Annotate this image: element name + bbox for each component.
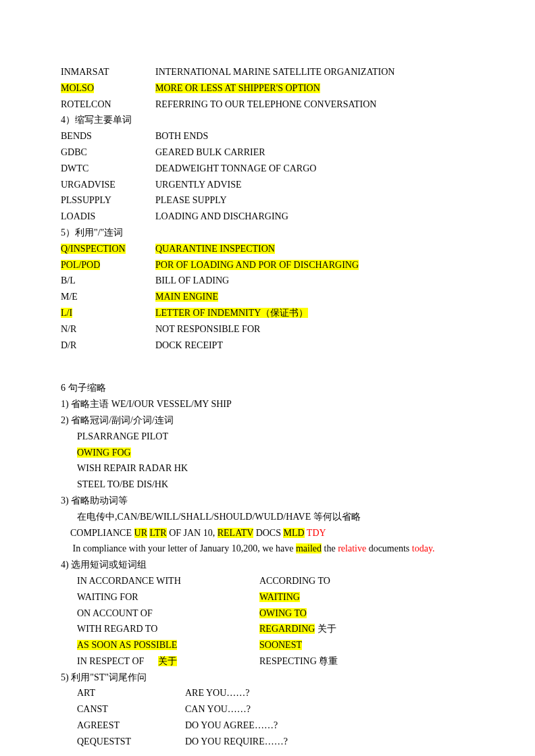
short-phrase: RESPECTING 尊重 xyxy=(259,653,474,670)
term-row: Q/INSPECTIONQUARANTINE INSPECTION xyxy=(61,241,474,257)
term: N/R xyxy=(61,321,155,338)
phrase-row: WAITING FORWAITING xyxy=(61,589,474,605)
phrase-row: IN RESPECT OF 关于RESPECTING 尊重 xyxy=(61,653,474,670)
term: B/L xyxy=(61,273,155,289)
term: D/R xyxy=(61,338,155,354)
short-phrase: OWING TO xyxy=(259,605,474,622)
full: ARE YOU……? xyxy=(185,685,250,701)
definition: NOT RESPONSIBLE FOR xyxy=(155,321,474,338)
question-row: AGREESTDO YOU AGREE……? xyxy=(61,718,474,734)
term-row: L/I LETTER OF INDEMNITY（保证书） xyxy=(61,305,474,321)
term: LOADIS xyxy=(61,209,155,225)
definition: LOADING AND DISCHARGING xyxy=(155,209,474,225)
term: URGADVISE xyxy=(61,177,155,193)
document-page: INMARSAT INTERNATIONAL MARINE SATELLITE … xyxy=(0,0,535,756)
term-row: POL/POD POR OF LOADING AND POR OF DISCHA… xyxy=(61,257,474,273)
list-sub: PLSARRANGE PILOT xyxy=(61,429,474,445)
definition: BILL OF LADING xyxy=(155,273,474,289)
definition: BOTH ENDS xyxy=(155,128,474,144)
compliance-abbr: COMPLIANCE UR LTR OF JAN 10, RELATV DOCS… xyxy=(61,525,474,541)
list-sub: OWING FOG xyxy=(61,445,474,461)
short-phrase: SOONEST xyxy=(259,637,474,653)
abbr: CANST xyxy=(77,701,185,718)
question-row: CANSTCAN YOU……? xyxy=(61,701,474,718)
list-sub: WISH REPAIR RADAR HK xyxy=(61,460,474,477)
term: BENDS xyxy=(61,128,155,144)
term-row: MOLSO MORE OR LESS AT SHIPPER'S OPTION xyxy=(61,80,474,97)
abbr: QEQUESTST xyxy=(77,734,185,750)
long-phrase: WITH REGARD TO xyxy=(77,621,259,637)
term-row: ROTELCON REFERRING TO OUR TELEPHONE CONV… xyxy=(61,97,474,113)
term-row: B/LBILL OF LADING xyxy=(61,273,474,289)
term-row: BENDSBOTH ENDS xyxy=(61,128,474,144)
term: POL/POD xyxy=(61,257,155,273)
list-item: 2) 省略冠词/副词/介词/连词 xyxy=(61,412,474,429)
term-row: DWTC DEADWEIGHT TONNAGE OF CARGO xyxy=(61,161,474,177)
abbr: ART xyxy=(77,685,185,701)
definition: LETTER OF INDEMNITY（保证书） xyxy=(155,305,474,321)
list-item: 5) 利用"ST"词尾作问 xyxy=(61,670,474,686)
definition: DOCK RECEIPT xyxy=(155,338,474,354)
list-item: 3) 省略助动词等 xyxy=(61,493,474,509)
term-row: URGADVISEURGENTLY ADVISE xyxy=(61,177,474,193)
definition: GEARED BULK CARRIER xyxy=(155,144,474,161)
definition: MAIN ENGINE xyxy=(155,289,474,305)
definition: MORE OR LESS AT SHIPPER'S OPTION xyxy=(155,80,474,97)
term: DWTC xyxy=(61,161,155,177)
definition: QUARANTINE INSPECTION xyxy=(155,241,474,257)
term: ROTELCON xyxy=(61,97,155,113)
phrase-row: ON ACCOUNT OFOWING TO xyxy=(61,605,474,622)
section-heading: 4）缩写主要单词 xyxy=(61,112,474,128)
definition: REFERRING TO OUR TELEPHONE CONVERSATION xyxy=(155,97,474,113)
long-phrase: WAITING FOR xyxy=(77,589,259,605)
question-row: QEQUESTSTDO YOU REQUIRE……? xyxy=(61,734,474,750)
term-row: LOADISLOADING AND DISCHARGING xyxy=(61,209,474,225)
term-row: D/RDOCK RECEIPT xyxy=(61,338,474,354)
question-row: ARTARE YOU……? xyxy=(61,685,474,701)
long-phrase: IN ACCORDANCE WITH xyxy=(77,573,259,589)
definition: PLEASE SUPPLY xyxy=(155,192,474,209)
section-heading: 6 句子缩略 xyxy=(61,380,474,396)
term: PLSSUPPLY xyxy=(61,192,155,209)
short-phrase: WAITING xyxy=(259,589,474,605)
list-item: 1) 省略主语 WE/I/OUR VESSEL/MY SHIP xyxy=(61,396,474,412)
list-sub: STEEL TO/BE DIS/HK xyxy=(61,477,474,493)
term-row: GDBCGEARED BULK CARRIER xyxy=(61,144,474,161)
term: L/I xyxy=(61,305,155,321)
term: MOLSO xyxy=(61,80,155,97)
list-item: 4) 选用短词或短词组 xyxy=(61,557,474,573)
long-phrase: AS SOON AS POSSIBLE xyxy=(77,637,259,653)
term-row: PLSSUPPLY PLEASE SUPPLY xyxy=(61,192,474,209)
full: DO YOU REQUIRE……? xyxy=(185,734,288,750)
list-sub: 在电传中,CAN/BE/WILL/SHALL/SHOULD/WULD/HAVE … xyxy=(61,509,474,525)
definition: URGENTLY ADVISE xyxy=(155,177,474,193)
definition: INTERNATIONAL MARINE SATELLITE ORGANIZAT… xyxy=(155,64,474,80)
term-row: INMARSAT INTERNATIONAL MARINE SATELLITE … xyxy=(61,64,474,80)
full: CAN YOU……? xyxy=(185,701,251,718)
full: DO YOU AGREE……? xyxy=(185,718,278,734)
term-row: N/RNOT RESPONSIBLE FOR xyxy=(61,321,474,338)
phrase-row: WITH REGARD TOREGARDING 关于 xyxy=(61,621,474,637)
section-heading: 5）利用"/"连词 xyxy=(61,225,474,241)
short-phrase: ACCORDING TO xyxy=(259,573,474,589)
abbr: AGREEST xyxy=(77,718,185,734)
term: M/E xyxy=(61,289,155,305)
term: INMARSAT xyxy=(61,64,155,80)
short-phrase: REGARDING 关于 xyxy=(259,621,474,637)
long-phrase: ON ACCOUNT OF xyxy=(77,605,259,622)
compliance-full: In compliance with your letter of Januar… xyxy=(61,541,474,557)
definition: POR OF LOADING AND POR OF DISCHARGING xyxy=(155,257,474,273)
term-row: M/E MAIN ENGINE xyxy=(61,289,474,305)
term: GDBC xyxy=(61,144,155,161)
phrase-row: IN ACCORDANCE WITHACCORDING TO xyxy=(61,573,474,589)
phrase-row: AS SOON AS POSSIBLESOONEST xyxy=(61,637,474,653)
term: Q/INSPECTION xyxy=(61,241,155,257)
definition: DEADWEIGHT TONNAGE OF CARGO xyxy=(155,161,474,177)
spacer xyxy=(61,353,474,380)
long-phrase: IN RESPECT OF 关于 xyxy=(77,653,259,670)
